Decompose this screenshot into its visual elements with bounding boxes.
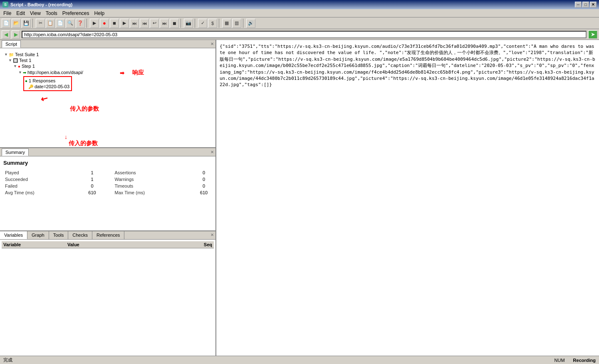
tree-param[interactable]: 🔑 date=2020-05-03 [25, 84, 70, 89]
response-content: {"sid":"3751","tts":"https://v-sq.ks3-cn… [220, 44, 595, 87]
request-toggle: ▼ [18, 70, 22, 74]
stop-button[interactable]: ■ [110, 19, 119, 28]
script-pane: Script ✕ ▼ 📁 Test Suite 1 ▼ 🔲 Test 1 ▼ ● [0, 40, 215, 148]
variables-tabs-bar: Variables Graph Tools Checks References … [0, 231, 215, 240]
address-bar: ◀ ▶ ➤ [0, 29, 599, 40]
separator-4 [195, 19, 196, 28]
pause-button[interactable]: ⏹ [170, 19, 179, 28]
url-input[interactable] [22, 31, 587, 38]
maxtime-label: Max Time (ms) [113, 189, 196, 196]
grid-button[interactable]: ▦ [222, 19, 231, 28]
timeouts-value: 0 [196, 183, 212, 189]
menu-help[interactable]: Help [92, 10, 107, 17]
summary-table: Played 1 Assertions 0 Succeeded 1 Warnin… [3, 169, 212, 196]
add-step-button[interactable]: ▶ [90, 19, 99, 28]
request-label: http://open.iciba.com/dsapi/ [27, 70, 83, 75]
warnings-label: Warnings [113, 176, 196, 183]
failed-value: 0 [84, 183, 101, 189]
tree-responses[interactable]: ● 1 Responses [25, 78, 70, 84]
tree-step[interactable]: ▼ ● Step 1 [3, 63, 212, 69]
step-label: Step 1 [22, 64, 35, 69]
tree-request[interactable]: ▼ ➡ http://open.iciba.com/dsapi/ [3, 69, 84, 75]
tab-variables[interactable]: Variables [0, 231, 27, 239]
param-label: date=2020-05-03 [35, 84, 69, 89]
maximize-button[interactable]: □ [582, 2, 589, 7]
window-controls[interactable]: ─ □ ✕ [575, 2, 597, 7]
responses-label: 1 Responses [29, 78, 55, 83]
col-value-header: Value [67, 242, 196, 247]
separator-3 [181, 19, 182, 28]
menu-file[interactable]: File [1, 10, 14, 17]
play-button[interactable]: ▶ [120, 19, 129, 28]
copy-button[interactable]: 📋 [46, 19, 55, 28]
menu-edit[interactable]: Edit [14, 10, 27, 17]
script-pane-close[interactable]: ✕ [210, 42, 214, 46]
paste-button[interactable]: 📄 [56, 19, 65, 28]
menu-preferences[interactable]: Preferences [60, 10, 92, 17]
menu-tools[interactable]: Tools [43, 10, 60, 17]
summary-content: Summary Played 1 Assertions 0 Succeeded … [0, 156, 215, 230]
summary-row-3: Failed 0 Timeouts 0 [3, 183, 212, 189]
response-arrow-icon: ➡ [120, 70, 124, 76]
separator-5 [219, 19, 220, 28]
back-nav-button[interactable]: ◀ [2, 30, 10, 39]
request-icon: ➡ [23, 70, 26, 75]
summary-tab[interactable]: Summary [2, 149, 29, 156]
status-num: NUM [554, 358, 565, 363]
param-arrow-down: ↓ [64, 134, 67, 140]
succeeded-value: 1 [84, 176, 101, 183]
back-button[interactable]: ↩ [150, 19, 159, 28]
tree-suite[interactable]: ▼ 📁 Test Suite 1 [3, 52, 212, 57]
separator-1 [32, 19, 34, 28]
failed-label: Failed [3, 183, 84, 189]
status-bar: 完成 NUM Recording [0, 356, 599, 364]
open-button[interactable]: 📂 [12, 19, 21, 28]
tab-graph[interactable]: Graph [27, 231, 49, 239]
tab-tools[interactable]: Tools [49, 231, 69, 239]
script-tab[interactable]: Script [2, 40, 21, 48]
tab-checks[interactable]: Checks [68, 231, 92, 239]
help-icon-button[interactable]: ❓ [76, 19, 85, 28]
main-layout: Script ✕ ▼ 📁 Test Suite 1 ▼ 🔲 Test 1 ▼ ● [0, 40, 599, 356]
avgtime-label: Avg Time (ms) [3, 189, 84, 196]
tree-test[interactable]: ▼ 🔲 Test 1 [3, 57, 212, 63]
variables-pane: Variables Graph Tools Checks References … [0, 231, 215, 356]
param-annotation-label: 传入的参数 [70, 105, 99, 113]
succeeded-label: Succeeded [3, 176, 84, 183]
responses-icon: ● [25, 79, 27, 83]
step-next-button[interactable]: ⏭ [130, 19, 139, 28]
search-button[interactable]: 🔍 [66, 19, 75, 28]
variables-pane-close[interactable]: ✕ [210, 233, 214, 239]
maxtime-value: 610 [196, 189, 212, 196]
forward-nav-button[interactable]: ▶ [12, 30, 20, 39]
camera-button[interactable]: 📷 [184, 19, 193, 28]
minimize-button[interactable]: ─ [575, 2, 582, 7]
audio-button[interactable]: 🔊 [246, 19, 255, 28]
go-button[interactable]: ➤ [588, 30, 597, 39]
response-panel: {"sid":"3751","tts":"https://v-sq.ks3-cn… [216, 40, 599, 356]
tab-references[interactable]: References [92, 231, 124, 239]
forward-skip-button[interactable]: ⏭ [160, 19, 169, 28]
summary-row-1: Played 1 Assertions 0 [3, 169, 212, 176]
test-toggle: ▼ [8, 58, 12, 62]
menu-view[interactable]: View [27, 10, 43, 17]
cut-button[interactable]: ✂ [36, 19, 45, 28]
toolbar: 📄 📂 💾 ✂ 📋 📄 🔍 ❓ ▶ ● ■ ▶ ⏭ ⏮ ↩ ⏭ ⏹ 📷 ✓ $ … [0, 17, 599, 29]
assertions-value: 0 [196, 169, 212, 176]
summary-pane: Summary ✕ Summary Played 1 Assertions 0 … [0, 148, 215, 231]
played-value: 1 [84, 169, 101, 176]
script-content: ▼ 📁 Test Suite 1 ▼ 🔲 Test 1 ▼ ● Step 1 ▼ [0, 48, 215, 147]
check-button[interactable]: ✓ [198, 19, 207, 28]
played-label: Played [3, 169, 84, 176]
close-button[interactable]: ✕ [590, 2, 597, 7]
summary-pane-close[interactable]: ✕ [210, 150, 214, 154]
param-icon: 🔑 [28, 84, 33, 89]
save-button[interactable]: 💾 [22, 19, 31, 28]
record-button[interactable]: ● [100, 19, 109, 28]
summary-title: Summary [3, 160, 212, 166]
new-button[interactable]: 📄 [2, 19, 11, 28]
list-button[interactable]: ▥ [232, 19, 241, 28]
dollar-button[interactable]: $ [208, 19, 217, 28]
step-back-button[interactable]: ⏮ [140, 19, 149, 28]
left-panel: Script ✕ ▼ 📁 Test Suite 1 ▼ 🔲 Test 1 ▼ ● [0, 40, 216, 356]
